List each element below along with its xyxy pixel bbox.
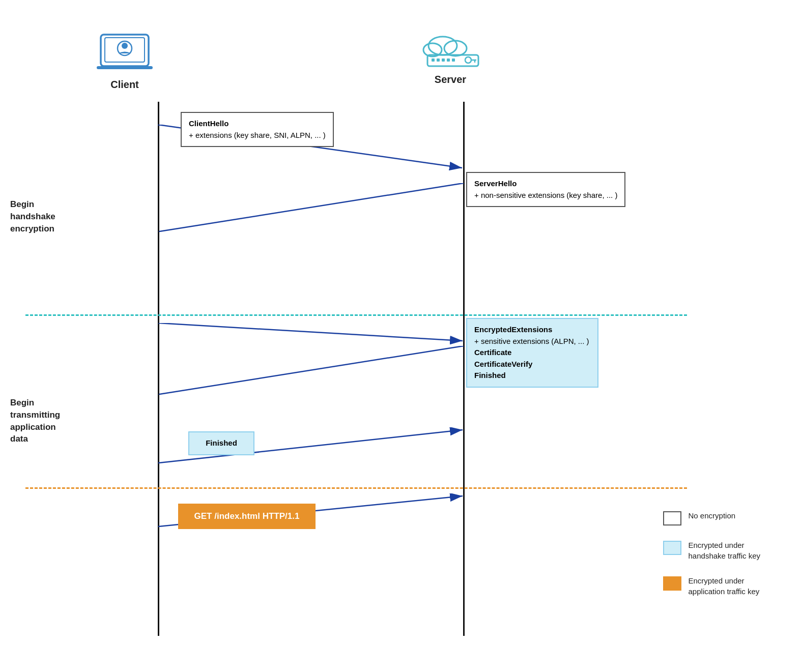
enc-ext-line4: CertificateVerify: [474, 360, 532, 368]
clienthello-box: ClientHello + extensions (key share, SNI…: [181, 112, 334, 147]
serverhello-body: + non-sensitive extensions (key share, .…: [474, 191, 617, 199]
svg-line-22: [158, 323, 463, 341]
legend-no-encryption: No encryption: [663, 510, 760, 525]
legend: No encryption Encrypted under handshake …: [663, 510, 760, 611]
legend-app-key: Encrypted under application traffic key: [663, 575, 760, 597]
clienthello-title: ClientHello: [189, 119, 228, 128]
encrypted-extensions-box: EncryptedExtensions + sensitive extensio…: [466, 318, 598, 388]
legend-app-key-text: Encrypted under application traffic key: [689, 575, 760, 597]
http-get-box: GET /index.html HTTP/1.1: [178, 504, 316, 529]
svg-point-6: [444, 41, 467, 56]
serverhello-arrow: [158, 183, 465, 234]
server-icon: Server: [417, 31, 483, 85]
svg-line-24: [159, 346, 464, 394]
legend-handshake-key: Encrypted under handshake traffic key: [663, 540, 760, 561]
svg-line-20: [159, 183, 464, 231]
http-get-label: GET /index.html HTTP/1.1: [194, 511, 300, 521]
legend-no-encryption-box: [663, 511, 681, 525]
svg-point-5: [428, 37, 457, 55]
svg-point-3: [122, 43, 128, 49]
finished-box: Finished: [188, 431, 254, 455]
svg-rect-12: [447, 59, 450, 62]
svg-rect-4: [97, 66, 153, 69]
diagram: Client Server: [0, 0, 801, 672]
clienthello-body: + extensions (key share, SNI, ALPN, ... …: [189, 131, 326, 139]
svg-rect-9: [432, 59, 435, 62]
serverhello-title: ServerHello: [474, 179, 517, 188]
svg-rect-10: [437, 59, 440, 62]
legend-handshake-key-text: Encrypted under handshake traffic key: [689, 540, 760, 561]
legend-no-encryption-text: No encryption: [689, 510, 736, 521]
encrypted-ext-arrow2: [158, 346, 465, 402]
svg-rect-11: [442, 59, 445, 62]
client-label: Client: [92, 79, 158, 91]
teal-separator-line: [25, 314, 687, 316]
svg-point-14: [465, 57, 471, 63]
legend-handshake-key-box: [663, 541, 681, 555]
enc-ext-line3: Certificate: [474, 348, 511, 357]
server-label: Server: [417, 74, 483, 85]
orange-separator-line: [25, 487, 687, 489]
enc-ext-line2: + sensitive extensions (ALPN, ... ): [474, 337, 589, 345]
svg-rect-13: [452, 59, 455, 62]
enc-ext-line5: Finished: [474, 371, 506, 379]
enc-ext-line1: EncryptedExtensions: [474, 325, 552, 334]
legend-app-key-box: [663, 576, 681, 591]
client-icon: Client: [92, 31, 158, 91]
serverhello-box: ServerHello + non-sensitive extensions (…: [466, 172, 625, 207]
finished-label: Finished: [206, 439, 237, 447]
svg-rect-0: [101, 35, 149, 66]
begin-transmitting-label: Begin transmitting application data: [10, 397, 60, 445]
begin-handshake-label: Begin handshake encryption: [10, 198, 55, 235]
